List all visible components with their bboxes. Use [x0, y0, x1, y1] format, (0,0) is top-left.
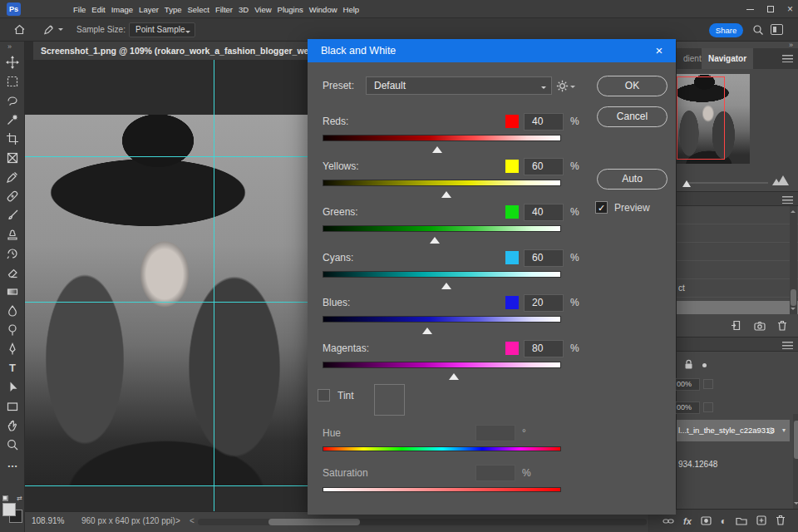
- navigator-proxy-view[interactable]: [677, 76, 725, 160]
- workspace-switcher-icon[interactable]: [771, 24, 783, 35]
- guide-vertical[interactable]: [214, 60, 214, 511]
- yellows-slider[interactable]: [323, 180, 561, 186]
- menu-window[interactable]: Window: [309, 5, 337, 14]
- auto-button[interactable]: Auto: [597, 169, 667, 190]
- sample-size-select[interactable]: Point Sample: [129, 22, 195, 37]
- chevron-down-icon[interactable]: ▾: [782, 420, 786, 441]
- default-colors-icon[interactable]: [2, 495, 8, 501]
- greens-value-input[interactable]: 40: [524, 204, 564, 221]
- menu-image[interactable]: Image: [111, 5, 133, 14]
- dialog-title-bar[interactable]: Black and White: [308, 39, 676, 62]
- adjustment-layer-icon[interactable]: ◐: [721, 516, 727, 526]
- selected-layer-row[interactable]: l...t_in_the_style_c22a9313 ◎ ▾: [677, 420, 790, 441]
- menu-3d[interactable]: 3D: [239, 5, 249, 14]
- menu-edit[interactable]: Edit: [91, 5, 105, 14]
- history-brush-tool-icon[interactable]: [0, 244, 25, 263]
- foreground-color-swatch[interactable]: [2, 503, 16, 516]
- greens-slider[interactable]: [323, 225, 561, 232]
- tint-checkbox[interactable]: [318, 389, 330, 401]
- new-group-folder-icon[interactable]: [736, 514, 747, 529]
- zoom-tool-icon[interactable]: [0, 435, 25, 454]
- hand-tool-icon[interactable]: [0, 416, 25, 435]
- lock-icon[interactable]: [684, 359, 693, 372]
- layers-scrollbar[interactable]: [793, 414, 798, 509]
- gradient-tool-icon[interactable]: [0, 282, 25, 301]
- share-button[interactable]: Share: [709, 23, 743, 37]
- opacity-field[interactable]: 00%: [673, 378, 700, 391]
- swap-colors-icon[interactable]: ⇄: [17, 495, 22, 502]
- menu-plugins[interactable]: Plugins: [278, 5, 303, 14]
- eyedropper-tool-icon[interactable]: [0, 167, 25, 186]
- cyans-slider-thumb[interactable]: [441, 278, 451, 289]
- clone-stamp-tool-icon[interactable]: [0, 224, 25, 244]
- blues-value-input[interactable]: 20: [524, 294, 564, 312]
- history-scrollbar[interactable]: [790, 206, 797, 314]
- zoom-slider-thumb[interactable]: [682, 176, 691, 187]
- ok-button[interactable]: OK: [597, 76, 667, 96]
- reds-value-input[interactable]: 40: [524, 113, 564, 131]
- magentas-slider[interactable]: [323, 362, 561, 368]
- magentas-value-input[interactable]: 80: [524, 340, 564, 357]
- dialog-close-icon[interactable]: ×: [651, 39, 667, 62]
- menu-help[interactable]: Help: [343, 5, 360, 14]
- rectangle-tool-icon[interactable]: [0, 397, 25, 416]
- status-flyout-icon[interactable]: >: [175, 516, 180, 525]
- zoom-in-mountain-icon[interactable]: [777, 175, 789, 185]
- greens-slider-thumb[interactable]: [430, 232, 440, 244]
- history-scrollbar-thumb[interactable]: [791, 289, 796, 306]
- crop-tool-icon[interactable]: [0, 129, 25, 148]
- type-tool-icon[interactable]: T: [0, 358, 25, 377]
- history-state-row[interactable]: ct: [677, 279, 798, 298]
- blues-slider-thumb[interactable]: [422, 323, 432, 334]
- zoom-level-field[interactable]: 108.91%: [32, 516, 64, 525]
- layer-mask-icon[interactable]: [701, 514, 712, 529]
- preset-options-gear-icon[interactable]: [556, 80, 575, 92]
- new-layer-icon[interactable]: [756, 514, 766, 529]
- cancel-button[interactable]: Cancel: [597, 106, 667, 127]
- history-state-row[interactable]: [677, 243, 798, 261]
- history-selected-state[interactable]: [677, 301, 798, 314]
- search-icon[interactable]: [752, 24, 764, 39]
- cyans-slider[interactable]: [323, 271, 561, 278]
- navigator-zoom-slider[interactable]: [677, 175, 798, 191]
- path-selection-tool-icon[interactable]: [0, 377, 25, 397]
- panel-menu-icon[interactable]: [782, 196, 793, 204]
- blur-tool-icon[interactable]: [0, 301, 25, 320]
- minimize-icon[interactable]: [746, 9, 754, 10]
- tab-navigator[interactable]: Navigator: [702, 48, 753, 69]
- eraser-tool-icon[interactable]: [0, 263, 25, 282]
- delete-state-trash-icon[interactable]: [777, 319, 787, 334]
- eyedropper-tool-preset-icon[interactable]: [43, 23, 63, 35]
- more-tools-icon[interactable]: …: [0, 454, 25, 473]
- new-snapshot-camera-icon[interactable]: [754, 319, 766, 334]
- cyans-value-input[interactable]: 60: [524, 249, 564, 267]
- zoom-slider-track[interactable]: [688, 182, 768, 184]
- menu-filter[interactable]: Filter: [215, 5, 233, 14]
- preview-checkbox[interactable]: ✓: [595, 201, 608, 214]
- object-selection-tool-icon[interactable]: [0, 110, 25, 129]
- yellows-slider-thumb[interactable]: [441, 186, 451, 198]
- layers-scrollbar-thumb[interactable]: [794, 421, 798, 459]
- reds-slider-thumb[interactable]: [432, 141, 442, 153]
- menu-view[interactable]: View: [254, 5, 271, 14]
- spot-healing-brush-tool-icon[interactable]: [0, 186, 25, 205]
- close-icon[interactable]: ×: [787, 5, 793, 13]
- lasso-tool-icon[interactable]: [0, 91, 25, 110]
- history-state-row[interactable]: [677, 261, 798, 279]
- link-layers-icon[interactable]: [663, 514, 674, 529]
- new-document-from-state-icon[interactable]: [731, 319, 742, 334]
- horizontal-scrollbar-thumb[interactable]: [268, 519, 360, 525]
- panel-menu-icon[interactable]: [782, 342, 793, 349]
- document-tab[interactable]: Screenshot_1.png @ 109% (rokaro_work_a_f…: [33, 42, 320, 60]
- home-icon[interactable]: [13, 23, 26, 39]
- pen-tool-icon[interactable]: [0, 339, 25, 358]
- fill-extra-icon[interactable]: [703, 402, 713, 412]
- brush-tool-icon[interactable]: [0, 205, 25, 224]
- maximize-icon[interactable]: [767, 6, 774, 12]
- menu-type[interactable]: Type: [165, 5, 182, 14]
- dodge-tool-icon[interactable]: [0, 320, 25, 339]
- yellows-value-input[interactable]: 60: [524, 158, 564, 175]
- tint-color-swatch[interactable]: [374, 384, 405, 416]
- history-state-row[interactable]: [677, 224, 798, 243]
- preset-select[interactable]: Default: [366, 76, 552, 95]
